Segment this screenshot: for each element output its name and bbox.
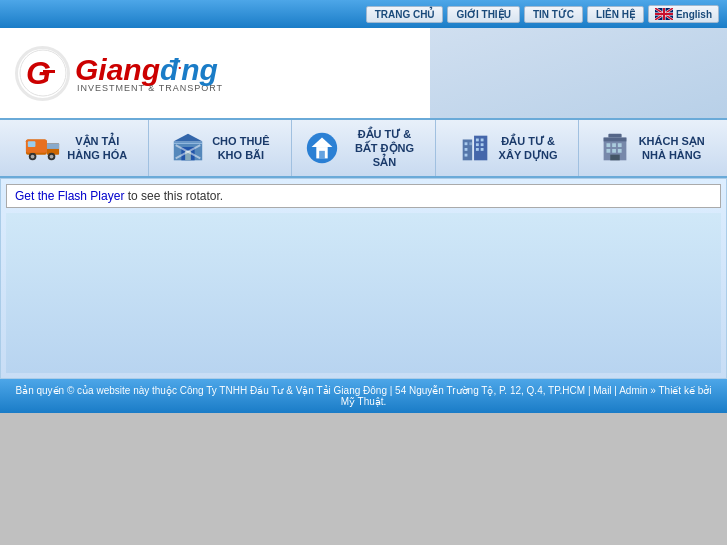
nav-home-button[interactable]: TRANG CHỦ (366, 6, 444, 23)
svg-rect-51 (617, 149, 621, 153)
banner-area (430, 28, 727, 118)
logo-dong: đ•ng (160, 53, 218, 87)
svg-rect-52 (610, 155, 619, 161)
svg-rect-41 (480, 148, 483, 151)
footer: Bản quyền © của website này thuộc Công T… (0, 379, 727, 413)
svg-rect-43 (464, 154, 467, 157)
svg-rect-39 (480, 143, 483, 146)
svg-rect-34 (464, 142, 467, 145)
menu-bar: VẬN TẢIHÀNG HÓA CHO THUÊKHO BÃI (0, 118, 727, 178)
nav-contact-button[interactable]: LIÊN HỆ (587, 6, 644, 23)
svg-rect-46 (606, 143, 610, 147)
menu-label-dau-tu-xd: ĐẦU TƯ &XÂY DỰNG (499, 134, 558, 163)
svg-rect-48 (617, 143, 621, 147)
svg-point-18 (50, 155, 54, 159)
flash-player-link[interactable]: Get the Flash Player (15, 189, 124, 203)
svg-marker-14 (47, 143, 59, 149)
svg-rect-49 (606, 149, 610, 153)
svg-rect-31 (319, 151, 325, 159)
svg-rect-36 (476, 139, 479, 142)
menu-item-dau-tu-xd[interactable]: ĐẦU TƯ &XÂY DỰNG (436, 120, 580, 176)
svg-rect-53 (608, 134, 621, 138)
hotel-icon (597, 130, 633, 166)
logo-area: G Giang đ•ng INVESTMENT & TRANSPORT (0, 36, 430, 111)
menu-label-khach-san: KHÁCH SẠNNHÀ HÀNG (639, 134, 705, 163)
footer-text: Bản quyền © của website này thuộc Công T… (15, 385, 711, 407)
uk-flag-icon (655, 8, 673, 20)
svg-rect-40 (476, 148, 479, 151)
language-button[interactable]: English (648, 5, 719, 23)
building-icon (457, 130, 493, 166)
menu-item-cho-thue[interactable]: CHO THUÊKHO BÃI (149, 120, 293, 176)
logo-giang: Giang (75, 53, 160, 87)
svg-rect-45 (603, 138, 626, 142)
logo-circle: G (15, 46, 70, 101)
menu-item-dau-tu-bds[interactable]: ĐẦU TƯ &BẤT ĐỘNG SẢN (292, 120, 436, 176)
svg-rect-47 (612, 143, 616, 147)
menu-item-van-tai[interactable]: VẬN TẢIHÀNG HÓA (5, 120, 149, 176)
content-area: Get the Flash Player to see this rotator… (0, 178, 727, 379)
svg-point-16 (31, 155, 35, 159)
menu-label-van-tai: VẬN TẢIHÀNG HÓA (67, 134, 127, 163)
logo-text-area: Giang đ•ng INVESTMENT & TRANSPORT (75, 53, 223, 93)
svg-rect-42 (464, 148, 467, 151)
menu-label-cho-thue: CHO THUÊKHO BÃI (212, 134, 269, 163)
top-nav-bar: TRANG CHỦ GIỚI THIỆU TIN TỨC LIÊN HỆ Eng… (0, 0, 727, 28)
svg-rect-50 (612, 149, 616, 153)
svg-marker-22 (174, 134, 202, 142)
svg-rect-11 (43, 70, 55, 73)
menu-item-khach-san[interactable]: KHÁCH SẠNNHÀ HÀNG (579, 120, 722, 176)
menu-label-dau-tu-bds: ĐẦU TƯ &BẤT ĐỘNG SẢN (346, 127, 423, 170)
warehouse-icon (170, 130, 206, 166)
logo-icon: G (18, 48, 67, 98)
flash-notice-text: to see this rotator. (124, 189, 223, 203)
svg-rect-37 (480, 139, 483, 142)
truck-icon (25, 130, 61, 166)
nav-about-button[interactable]: GIỚI THIỆU (447, 6, 519, 23)
svg-rect-35 (469, 142, 472, 145)
home-icon (304, 130, 340, 166)
svg-rect-38 (476, 143, 479, 146)
language-label: English (676, 9, 712, 20)
rotator-area (6, 213, 721, 373)
nav-news-button[interactable]: TIN TỨC (524, 6, 583, 23)
svg-rect-8 (655, 13, 673, 15)
header: G Giang đ•ng INVESTMENT & TRANSPORT (0, 28, 727, 118)
svg-rect-20 (28, 141, 36, 147)
flash-notice: Get the Flash Player to see this rotator… (6, 184, 721, 208)
